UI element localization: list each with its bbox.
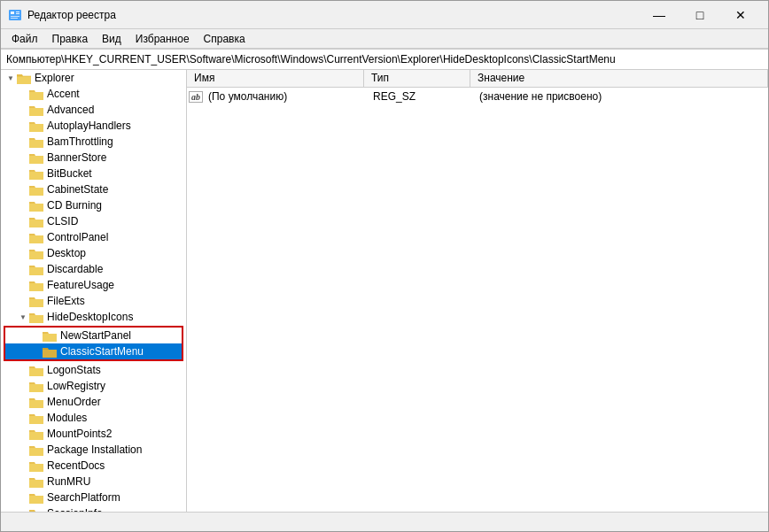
svg-rect-2 bbox=[16, 12, 19, 12]
arrow-discardable bbox=[17, 263, 29, 275]
folder-icon-hidedesktop bbox=[29, 312, 43, 323]
tree-label-explorer: Explorer bbox=[35, 72, 74, 84]
svg-rect-3 bbox=[16, 13, 19, 14]
svg-rect-1 bbox=[11, 12, 14, 14]
arrow-featureusage bbox=[17, 279, 29, 291]
table-row[interactable]: ab (По умолчанию) REG_SZ (значение не пр… bbox=[187, 88, 768, 105]
arrow-bitbucket bbox=[17, 167, 29, 180]
svg-rect-4 bbox=[11, 16, 19, 17]
tree-item-recentdocs[interactable]: RecentDocs bbox=[1, 458, 186, 474]
tree-item-banner[interactable]: BannerStore bbox=[1, 150, 186, 166]
tree-item-accent[interactable]: Accent bbox=[1, 86, 186, 102]
tree-item-explorer[interactable]: ▼ Explorer bbox=[1, 70, 186, 86]
tree-item-hidedesktop[interactable]: ▼ HideDesktopIcons bbox=[1, 309, 186, 325]
tree-label-mountpoints: MountPoints2 bbox=[47, 428, 112, 440]
tree-item-cabinet[interactable]: CabinetState bbox=[1, 181, 186, 197]
maximize-button[interactable]: □ bbox=[680, 1, 720, 29]
main-area: ▼ Explorer Accent bbox=[1, 70, 768, 512]
tree-item-menuorder[interactable]: MenuOrder bbox=[1, 394, 186, 410]
menu-file[interactable]: Файл bbox=[4, 31, 45, 47]
title-bar: Редактор реестра — □ ✕ bbox=[1, 1, 768, 29]
arrow-searchplatform bbox=[17, 491, 29, 504]
arrow-logonstats bbox=[17, 364, 29, 376]
menu-bar: Файл Правка Вид Избранное Справка bbox=[1, 29, 768, 49]
arrow-cdburn bbox=[17, 199, 29, 212]
app-icon bbox=[8, 8, 22, 22]
close-button[interactable]: ✕ bbox=[720, 1, 761, 29]
tree-item-packageinstall[interactable]: Package Installation bbox=[1, 442, 186, 458]
folder-icon-classicstartmenu bbox=[43, 346, 57, 358]
registry-tree[interactable]: ▼ Explorer Accent bbox=[1, 70, 187, 512]
folder-icon-fileexts bbox=[29, 296, 43, 307]
menu-help[interactable]: Справка bbox=[197, 31, 252, 47]
folder-icon-lowregistry bbox=[29, 381, 43, 392]
tree-item-classicstartmenu[interactable]: ClassicStartMenu bbox=[5, 343, 182, 359]
registry-editor-window: Редактор реестра — □ ✕ Файл Правка Вид И… bbox=[0, 0, 769, 532]
tree-label-desktop: Desktop bbox=[47, 247, 86, 259]
tree-label-classicstartmenu: ClassicStartMenu bbox=[60, 345, 144, 358]
minimize-button[interactable]: — bbox=[639, 1, 680, 29]
tree-label-newstartpanel: NewStartPanel bbox=[60, 329, 131, 342]
tree-item-lowregistry[interactable]: LowRegistry bbox=[1, 378, 186, 394]
tree-item-logonstats[interactable]: LogonStats bbox=[1, 362, 186, 378]
tree-item-featureusage[interactable]: FeatureUsage bbox=[1, 277, 186, 293]
tree-item-discardable[interactable]: Discardable bbox=[1, 261, 186, 277]
tree-item-mountpoints[interactable]: MountPoints2 bbox=[1, 426, 186, 442]
tree-label-modules: Modules bbox=[47, 412, 87, 424]
arrow-clsid bbox=[17, 215, 29, 227]
tree-item-controlpanel[interactable]: ControlPanel bbox=[1, 229, 186, 245]
tree-item-bam[interactable]: BamThrottling bbox=[1, 134, 186, 150]
arrow-autoplay bbox=[17, 120, 29, 132]
tree-item-desktop[interactable]: Desktop bbox=[1, 245, 186, 261]
tree-label-searchplatform: SearchPlatform bbox=[47, 491, 120, 504]
arrow-mountpoints bbox=[17, 428, 29, 440]
folder-icon-discardable bbox=[29, 264, 43, 275]
tree-label-autoplay: AutoplayHandlers bbox=[47, 120, 131, 132]
menu-view[interactable]: Вид bbox=[95, 31, 128, 47]
tree-item-advanced[interactable]: Advanced bbox=[1, 102, 186, 118]
arrow-packageinstall bbox=[17, 443, 29, 456]
tree-item-clsid[interactable]: CLSID bbox=[1, 213, 186, 229]
tree-item-autoplay[interactable]: AutoplayHandlers bbox=[1, 118, 186, 134]
registry-values-pane: Имя Тип Значение ab (По умолчанию) REG_S… bbox=[187, 70, 768, 512]
menu-edit[interactable]: Правка bbox=[45, 31, 96, 47]
tree-label-clsid: CLSID bbox=[47, 215, 78, 227]
folder-icon-advanced bbox=[29, 104, 43, 116]
arrow-advanced bbox=[17, 104, 29, 116]
column-headers: Имя Тип Значение bbox=[187, 70, 768, 88]
arrow-accent bbox=[17, 88, 29, 100]
tree-label-recentdocs: RecentDocs bbox=[47, 459, 105, 472]
folder-icon-cabinet bbox=[29, 184, 43, 196]
tree-label-bitbucket: BitBucket bbox=[47, 167, 92, 180]
reg-name-cell: (По умолчанию) bbox=[205, 90, 373, 103]
folder-icon-mountpoints bbox=[29, 428, 43, 440]
address-bar: Компьютер\HKEY_CURRENT_USER\Software\Mic… bbox=[1, 49, 768, 70]
tree-item-sessioninfo[interactable]: SessionInfo bbox=[1, 505, 186, 512]
tree-item-runmru[interactable]: RunMRU bbox=[1, 474, 186, 490]
arrow-bam bbox=[17, 135, 29, 148]
tree-label-controlpanel: ControlPanel bbox=[47, 231, 108, 243]
tree-label-discardable: Discardable bbox=[47, 263, 103, 275]
tree-label-bam: BamThrottling bbox=[47, 135, 113, 148]
col-header-name[interactable]: Имя bbox=[187, 70, 364, 87]
tree-item-bitbucket[interactable]: BitBucket bbox=[1, 166, 186, 181]
tree-item-newstartpanel[interactable]: NewStartPanel bbox=[5, 328, 182, 343]
tree-label-hidedesktop: HideDesktopIcons bbox=[47, 311, 133, 323]
folder-icon-newstartpanel bbox=[43, 330, 57, 342]
reg-value-icon: ab bbox=[187, 91, 205, 103]
tree-item-fileexts[interactable]: FileExts bbox=[1, 293, 186, 309]
expand-arrow-explorer: ▼ bbox=[4, 72, 17, 84]
folder-icon-featureusage bbox=[29, 280, 43, 291]
folder-icon-logonstats bbox=[29, 365, 43, 376]
arrow-hidedesktop: ▼ bbox=[17, 311, 29, 323]
col-header-type[interactable]: Тип bbox=[364, 70, 470, 87]
folder-icon-sessioninfo bbox=[29, 508, 43, 513]
folder-icon-clsid bbox=[29, 216, 43, 227]
tree-item-searchplatform[interactable]: SearchPlatform bbox=[1, 490, 186, 505]
tree-item-cdburn[interactable]: CD Burning bbox=[1, 197, 186, 213]
menu-favorites[interactable]: Избранное bbox=[128, 31, 197, 47]
folder-icon-menuorder bbox=[29, 397, 43, 408]
arrow-modules bbox=[17, 412, 29, 424]
col-header-value[interactable]: Значение bbox=[470, 70, 768, 87]
tree-item-modules[interactable]: Modules bbox=[1, 410, 186, 426]
